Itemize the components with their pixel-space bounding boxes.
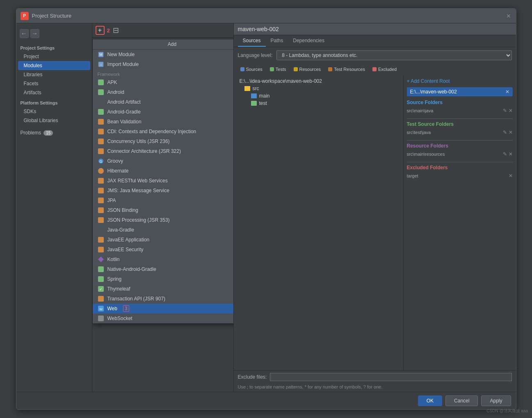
dropdown-apk[interactable]: APK — [93, 77, 233, 87]
cdi-icon — [98, 128, 104, 135]
resource-folder-edit-button[interactable]: ✎ — [503, 151, 507, 157]
level-select[interactable]: 8 - Lambdas, type annotations etc. — [276, 50, 511, 60]
dropdown-hibernate[interactable]: Hibernate — [93, 166, 233, 176]
content-root-path[interactable]: E:\...\maven-web-002 ✕ — [407, 87, 513, 96]
problems-item[interactable]: Problems 15 — [16, 128, 92, 137]
source-badges: Sources Tests Resources Test Resources E… — [234, 64, 516, 75]
dropdown-concurrency[interactable]: Concurrency Utils (JSR 236) — [93, 136, 233, 146]
dropdown-javaee-security[interactable]: JavaEE Security — [93, 245, 233, 254]
back-button[interactable]: ← — [20, 29, 29, 38]
tab-paths[interactable]: Paths — [266, 35, 288, 47]
source-folder-delete-button[interactable]: ✕ — [509, 108, 513, 114]
test-folder-delete-button[interactable]: ✕ — [509, 129, 513, 135]
svg-rect-16 — [98, 198, 104, 203]
dropdown-import-module[interactable]: ↓ Import Module — [93, 59, 233, 69]
json-processing-label: JSON Processing (JSR 353) — [107, 217, 170, 223]
sidebar: ← → Project Settings Project Modules Lib… — [16, 23, 92, 392]
sidebar-item-project[interactable]: Project — [16, 52, 92, 61]
websocket-label: WebSocket — [107, 316, 132, 321]
resources-badge-label: Resources — [299, 67, 321, 72]
level-row: Language level: 8 - Lambdas, type annota… — [234, 47, 516, 64]
dropdown-java-gradle[interactable]: Java-Gradle — [93, 225, 233, 235]
tab-dependencies[interactable]: Dependencies — [288, 35, 329, 47]
dropdown-bean-validation[interactable]: Bean Validation — [93, 117, 233, 127]
connector-icon — [98, 148, 104, 154]
dropdown-jpa[interactable]: JPA — [93, 195, 233, 205]
dropdown-websocket[interactable]: WebSocket — [93, 314, 233, 323]
test-folder-edit-button[interactable]: ✎ — [503, 129, 507, 135]
dropdown-kotlin[interactable]: Kotlin — [93, 254, 233, 264]
sidebar-item-sdks[interactable]: SDKs — [16, 107, 92, 116]
web-label: Web — [107, 306, 117, 311]
test-folder-actions: ✎ ✕ — [503, 129, 513, 135]
android-artifact-label: Android Artifact — [107, 99, 141, 105]
test-source-folders-section: Test Source Folders src\test\java ✎ ✕ — [407, 121, 513, 136]
javaee-app-icon — [98, 236, 104, 243]
problems-label: Problems — [21, 130, 41, 136]
tree-main[interactable]: main — [238, 92, 399, 100]
add-content-root[interactable]: + Add Content Root — [407, 78, 513, 84]
sidebar-item-facets[interactable]: Facets — [16, 79, 92, 88]
delete-icon: ⊟ — [113, 26, 119, 35]
javaee-security-label: JavaEE Security — [107, 247, 144, 252]
svg-rect-15 — [98, 188, 104, 193]
dropdown-cdi[interactable]: CDI: Contexts and Dependency Injection — [93, 127, 233, 136]
dropdown-header: Add — [93, 39, 233, 50]
sidebar-item-modules[interactable]: Modules — [18, 61, 90, 70]
tree-src[interactable]: src — [238, 85, 399, 92]
sources-badge-label: Sources — [246, 67, 263, 72]
right-panel: + Add Content Root E:\...\maven-web-002 … — [403, 75, 516, 370]
dropdown-transaction[interactable]: Transaction API (JSR 907) — [93, 294, 233, 304]
source-folder-edit-button[interactable]: ✎ — [503, 108, 507, 114]
dropdown-native-android[interactable]: Native-Android-Gradle — [93, 264, 233, 274]
watermark: CSDN @清风微波 aaa — [486, 408, 528, 414]
excluded-folders-title: Excluded Folders — [407, 165, 513, 170]
dropdown-new-module[interactable]: M New Module — [93, 50, 233, 59]
resource-folders-section: Resource Folders src\main\resources ✎ ✕ — [407, 143, 513, 158]
apply-button[interactable]: Apply — [481, 395, 511, 406]
thymeleaf-label: Thymeleaf — [107, 286, 130, 292]
jax-label: JAX RESTful Web Services — [107, 178, 168, 184]
tree-root[interactable]: E:\...\idea-workspace\maven-web-002 — [238, 77, 399, 85]
dropdown-connector[interactable]: Connector Architecture (JSR 322) — [93, 146, 233, 156]
delete-module-button[interactable]: ⊟ — [112, 26, 121, 35]
svg-rect-13 — [98, 168, 104, 174]
test-source-folders-title: Test Source Folders — [407, 121, 513, 127]
resource-folder-delete-button[interactable]: ✕ — [509, 151, 513, 157]
sidebar-item-libraries[interactable]: Libraries — [16, 70, 92, 79]
dropdown-web[interactable]: W Web 3 — [93, 304, 233, 314]
forward-button[interactable]: → — [30, 29, 39, 38]
ok-button[interactable]: OK — [418, 395, 442, 406]
test-label: test — [259, 100, 267, 106]
dropdown-thymeleaf[interactable]: ✓ Thymeleaf — [93, 284, 233, 294]
dropdown-jms[interactable]: JMS: Java Message Service — [93, 186, 233, 195]
excluded-folder-delete-button[interactable]: ✕ — [509, 173, 513, 179]
exclude-hint: Use ; to separate name patterns, * for a… — [234, 384, 516, 392]
sidebar-item-global-libraries[interactable]: Global Libraries — [16, 116, 92, 125]
websocket-icon — [98, 315, 104, 322]
dropdown-android-gradle[interactable]: Android-Gradle — [93, 107, 233, 117]
dropdown-spring[interactable]: Spring — [93, 274, 233, 284]
dropdown-android[interactable]: Android — [93, 87, 233, 97]
level-label: Language level: — [238, 52, 273, 58]
source-folder-row: src\main\java ✎ ✕ — [407, 107, 513, 114]
close-button[interactable]: ✕ — [505, 13, 512, 19]
dropdown-groovy[interactable]: G Groovy — [93, 156, 233, 166]
sidebar-item-artifacts[interactable]: Artifacts — [16, 88, 92, 97]
dropdown-jax[interactable]: JAX RESTful Web Services — [93, 176, 233, 186]
tree-test[interactable]: test — [238, 100, 399, 107]
add-module-button[interactable]: + — [96, 26, 105, 35]
tab-sources[interactable]: Sources — [238, 35, 266, 47]
dropdown-javaee-app[interactable]: JavaEE Application — [93, 235, 233, 245]
dropdown-json-processing[interactable]: JSON Processing (JSR 353) — [93, 215, 233, 225]
jms-icon — [98, 187, 104, 194]
json-binding-label: JSON Binding — [107, 207, 138, 213]
dropdown-json-binding[interactable]: JSON Binding — [93, 205, 233, 215]
dropdown-android-artifact[interactable]: Android Artifact — [93, 97, 233, 107]
exclude-files-input[interactable] — [270, 373, 511, 381]
tests-badge-label: Tests — [276, 67, 286, 72]
tabs-bar: Sources Paths Dependencies — [234, 35, 516, 47]
cancel-button[interactable]: Cancel — [445, 395, 478, 406]
connector-label: Connector Architecture (JSR 322) — [107, 148, 181, 154]
project-settings-header: Project Settings — [16, 42, 92, 52]
